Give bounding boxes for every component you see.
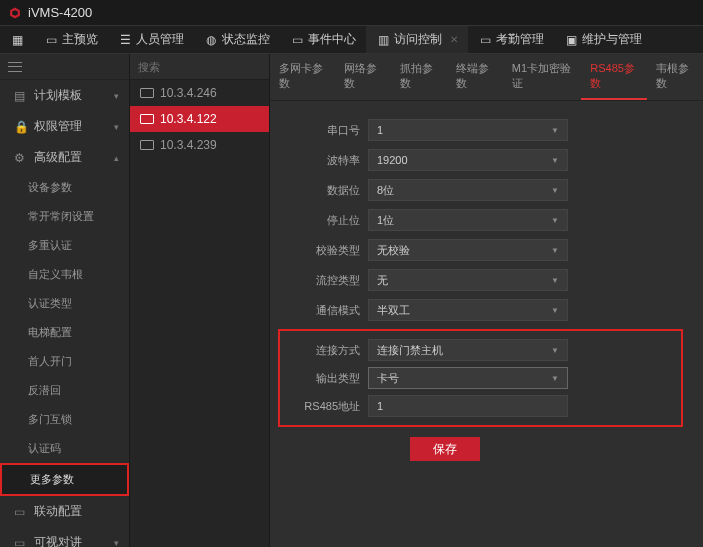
device-icon (140, 140, 154, 150)
out-select[interactable]: 卡号▼ (368, 367, 568, 389)
nav-preview[interactable]: ▭主预览 (34, 26, 108, 53)
sidebar-item-interlock[interactable]: 多门互锁 (0, 405, 129, 434)
title-bar: iVMS-4200 (0, 0, 703, 26)
nav-access[interactable]: ▥访问控制✕ (366, 26, 468, 53)
sidebar-item-authtype[interactable]: 认证类型 (0, 289, 129, 318)
lock-icon: 🔒 (14, 120, 28, 134)
monitor-icon: ▭ (44, 33, 58, 47)
caret-down-icon: ▼ (551, 186, 559, 195)
calendar-icon: ▤ (14, 89, 28, 103)
tab-multinic[interactable]: 多网卡参数 (270, 54, 335, 100)
addr-input[interactable] (368, 395, 568, 417)
caret-down-icon: ▼ (551, 346, 559, 355)
caret-down-icon: ▼ (551, 156, 559, 165)
sidebar-item-authcode[interactable]: 认证码 (0, 434, 129, 463)
conn-select[interactable]: 连接门禁主机▼ (368, 339, 568, 361)
stopbit-label: 停止位 (290, 213, 368, 228)
sidebar-item-openclose[interactable]: 常开常闭设置 (0, 202, 129, 231)
conn-label: 连接方式 (290, 343, 368, 358)
content: 多网卡参数 网络参数 抓拍参数 终端参数 M1卡加密验证 RS485参数 韦根参… (270, 54, 703, 547)
sidebar-item-permission[interactable]: 🔒权限管理▾ (0, 111, 129, 142)
grid-icon: ▦ (10, 33, 24, 47)
sidebar-toggle[interactable] (0, 54, 129, 80)
close-icon[interactable]: ✕ (450, 34, 458, 45)
tab-m1card[interactable]: M1卡加密验证 (503, 54, 581, 100)
app-title: iVMS-4200 (28, 5, 92, 20)
sidebar-item-intercom[interactable]: ▭可视对讲▾ (0, 527, 129, 547)
access-icon: ▥ (376, 33, 390, 47)
device-item[interactable]: 10.3.4.122 (130, 106, 269, 132)
serial-label: 串口号 (290, 123, 368, 138)
status-icon: ◍ (204, 33, 218, 47)
flow-select[interactable]: 无▼ (368, 269, 568, 291)
attendance-icon: ▭ (478, 33, 492, 47)
nav-attendance[interactable]: ▭考勤管理 (468, 26, 554, 53)
sidebar-item-antipassback[interactable]: 反潜回 (0, 376, 129, 405)
sidebar-item-linkage[interactable]: ▭联动配置 (0, 496, 129, 527)
tab-rs485[interactable]: RS485参数 (581, 54, 647, 100)
top-nav: ▦ ▭主预览 ☰人员管理 ◍状态监控 ▭事件中心 ▥访问控制✕ ▭考勤管理 ▣维… (0, 26, 703, 54)
nav-event[interactable]: ▭事件中心 (280, 26, 366, 53)
nav-status[interactable]: ◍状态监控 (194, 26, 280, 53)
tab-wiegand[interactable]: 韦根参数 (647, 54, 703, 100)
chevron-down-icon: ▾ (114, 538, 119, 548)
baud-label: 波特率 (290, 153, 368, 168)
device-icon (140, 88, 154, 98)
sidebar: ▤计划模板▾ 🔒权限管理▾ ⚙高级配置▴ 设备参数 常开常闭设置 多重认证 自定… (0, 54, 130, 547)
sidebar-item-wiegand[interactable]: 自定义韦根 (0, 260, 129, 289)
nav-maintain[interactable]: ▣维护与管理 (554, 26, 652, 53)
tab-bar: 多网卡参数 网络参数 抓拍参数 终端参数 M1卡加密验证 RS485参数 韦根参… (270, 54, 703, 101)
search-box: ⌕ (130, 54, 269, 80)
gear-icon: ⚙ (14, 151, 28, 165)
caret-down-icon: ▼ (551, 276, 559, 285)
device-icon (140, 114, 154, 124)
sidebar-item-template[interactable]: ▤计划模板▾ (0, 80, 129, 111)
stopbit-select[interactable]: 1位▼ (368, 209, 568, 231)
main: ▤计划模板▾ 🔒权限管理▾ ⚙高级配置▴ 设备参数 常开常闭设置 多重认证 自定… (0, 54, 703, 547)
device-item[interactable]: 10.3.4.239 (130, 132, 269, 158)
flow-label: 流控类型 (290, 273, 368, 288)
highlight-group: 连接方式连接门禁主机▼ 输出类型卡号▼ RS485地址 (278, 329, 683, 427)
out-label: 输出类型 (290, 371, 368, 386)
baud-select[interactable]: 19200▼ (368, 149, 568, 171)
serial-select[interactable]: 1▼ (368, 119, 568, 141)
nav-person[interactable]: ☰人员管理 (108, 26, 194, 53)
comm-label: 通信模式 (290, 303, 368, 318)
parity-select[interactable]: 无校验▼ (368, 239, 568, 261)
chevron-down-icon: ▾ (114, 122, 119, 132)
sidebar-item-device-params[interactable]: 设备参数 (0, 173, 129, 202)
caret-down-icon: ▼ (551, 126, 559, 135)
nav-grid[interactable]: ▦ (0, 26, 34, 53)
sidebar-item-more-params[interactable]: 更多参数 (0, 463, 129, 496)
comm-select[interactable]: 半双工▼ (368, 299, 568, 321)
parity-label: 校验类型 (290, 243, 368, 258)
caret-down-icon: ▼ (551, 246, 559, 255)
databit-select[interactable]: 8位▼ (368, 179, 568, 201)
tab-network[interactable]: 网络参数 (335, 54, 391, 100)
search-input[interactable] (138, 61, 276, 73)
caret-down-icon: ▼ (551, 374, 559, 383)
person-icon: ☰ (118, 33, 132, 47)
tab-capture[interactable]: 抓拍参数 (391, 54, 447, 100)
app-logo-icon (8, 6, 22, 20)
sidebar-item-advanced[interactable]: ⚙高级配置▴ (0, 142, 129, 173)
databit-label: 数据位 (290, 183, 368, 198)
maintain-icon: ▣ (564, 33, 578, 47)
rs485-form: 串口号1▼ 波特率19200▼ 数据位8位▼ 停止位1位▼ 校验类型无校验▼ 流… (270, 101, 703, 479)
caret-down-icon: ▼ (551, 216, 559, 225)
chevron-up-icon: ▴ (114, 153, 119, 163)
menu-icon (8, 62, 22, 72)
sidebar-item-firstperson[interactable]: 首人开门 (0, 347, 129, 376)
device-item[interactable]: 10.3.4.246 (130, 80, 269, 106)
sidebar-item-multiauth[interactable]: 多重认证 (0, 231, 129, 260)
addr-label: RS485地址 (290, 399, 368, 414)
chevron-down-icon: ▾ (114, 91, 119, 101)
link-icon: ▭ (14, 505, 28, 519)
event-icon: ▭ (290, 33, 304, 47)
caret-down-icon: ▼ (551, 306, 559, 315)
device-list: ⌕ 10.3.4.246 10.3.4.122 10.3.4.239 (130, 54, 270, 547)
video-icon: ▭ (14, 536, 28, 548)
tab-terminal[interactable]: 终端参数 (447, 54, 503, 100)
save-button[interactable]: 保存 (410, 437, 480, 461)
sidebar-item-elevator[interactable]: 电梯配置 (0, 318, 129, 347)
